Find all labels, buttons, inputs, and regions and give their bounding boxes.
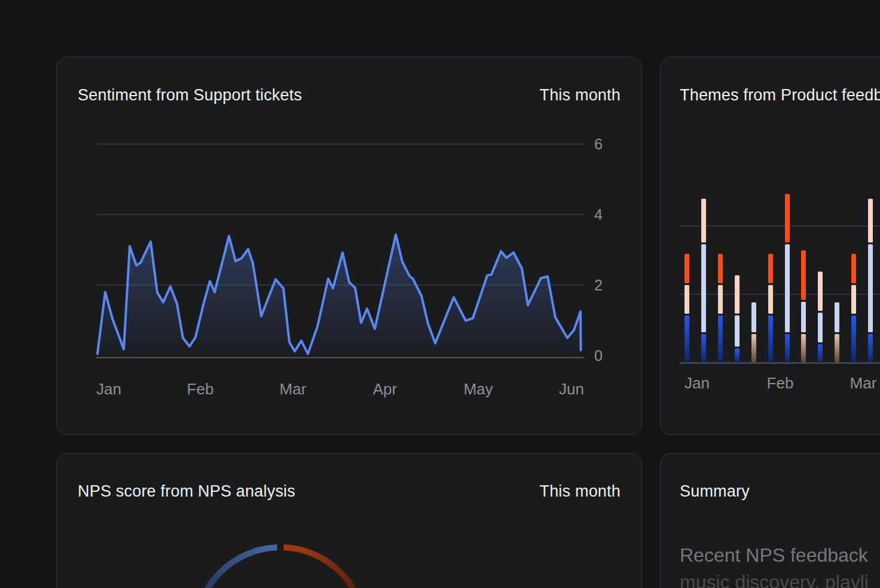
x-axis-label: Jun — [559, 380, 584, 398]
themes-bar-chart-svg: JanFebMar — [661, 57, 880, 435]
bar-segment-tan — [751, 334, 756, 363]
bar-segment-blue — [868, 334, 873, 363]
bar-segment-orange — [785, 194, 790, 242]
bar-segment-periwinkle — [835, 302, 839, 332]
summary-text-line: music discovery, playli — [680, 569, 880, 588]
x-axis-label: Feb — [187, 380, 214, 398]
bar-segment-blue — [685, 316, 689, 363]
y-axis-label: 4 — [594, 206, 603, 223]
sentiment-card: Sentiment from Support tickets This mont… — [56, 57, 642, 435]
bar-segment-periwinkle — [818, 313, 823, 342]
bar-segment-blue — [735, 348, 740, 363]
gauge-arc-right-red — [284, 547, 366, 588]
sentiment-area-fill — [97, 235, 581, 355]
bar-segment-peach — [851, 285, 856, 314]
bar-segment-peach — [768, 285, 773, 314]
nps-gauge-svg — [57, 454, 642, 588]
bar-segment-peach — [718, 285, 723, 314]
summary-text: Recent NPS feedback music discovery, pla… — [680, 542, 880, 588]
card-title: Summary — [680, 482, 750, 501]
bar-segment-orange — [801, 250, 806, 300]
bar-segment-blue — [701, 334, 706, 363]
gauge-arc-left-blue — [195, 547, 277, 588]
bar-segment-orange — [718, 254, 723, 283]
x-axis-label: Feb — [767, 374, 794, 392]
bar-segment-orange — [851, 254, 856, 283]
x-axis-label: Jan — [96, 380, 121, 398]
sentiment-line-chart-svg: 0246JanFebMarAprMayJun — [57, 57, 642, 435]
bar-segment-blue — [818, 344, 823, 363]
bar-segment-peach — [818, 271, 823, 311]
x-axis-label: May — [463, 380, 493, 398]
summary-card: Summary Recent NPS feedback music discov… — [660, 453, 880, 588]
x-axis-label: Mar — [280, 380, 307, 398]
nps-gauge — [57, 454, 642, 588]
bar-segment-periwinkle — [735, 316, 740, 347]
bar-segment-blue — [851, 316, 856, 363]
bar-segment-periwinkle — [801, 302, 806, 332]
bar-segment-periwinkle — [868, 244, 873, 332]
bar-segment-tan — [835, 334, 839, 363]
bar-segment-peach — [685, 285, 689, 314]
x-axis-label: Apr — [373, 380, 398, 398]
bar-segment-periwinkle — [701, 244, 706, 332]
y-axis-label: 2 — [594, 277, 603, 293]
bar-segment-blue — [768, 316, 773, 363]
bar-segment-peach — [735, 275, 740, 314]
bar-segment-orange — [685, 254, 689, 283]
bar-segment-orange — [768, 254, 773, 283]
x-axis-label: Jan — [685, 374, 710, 392]
bar-segment-periwinkle — [785, 244, 790, 332]
bar-segment-tan — [801, 334, 806, 363]
y-axis-label: 6 — [594, 136, 603, 152]
nps-card: NPS score from NPS analysis This month — [56, 453, 642, 588]
bar-segment-periwinkle — [751, 302, 756, 332]
bar-segment-blue — [718, 316, 723, 363]
bar-segment-peach — [868, 198, 873, 242]
bar-segment-blue — [785, 334, 790, 363]
themes-chart: JanFebMar — [661, 57, 880, 435]
x-axis-label: Mar — [850, 374, 877, 392]
themes-card: Themes from Product feedback JanFebMar — [660, 57, 880, 435]
bar-segment-peach — [701, 198, 706, 242]
sentiment-chart: 0246JanFebMarAprMayJun — [57, 57, 642, 435]
y-axis-label: 0 — [594, 347, 603, 364]
summary-text-line: Recent NPS feedback — [680, 542, 880, 569]
